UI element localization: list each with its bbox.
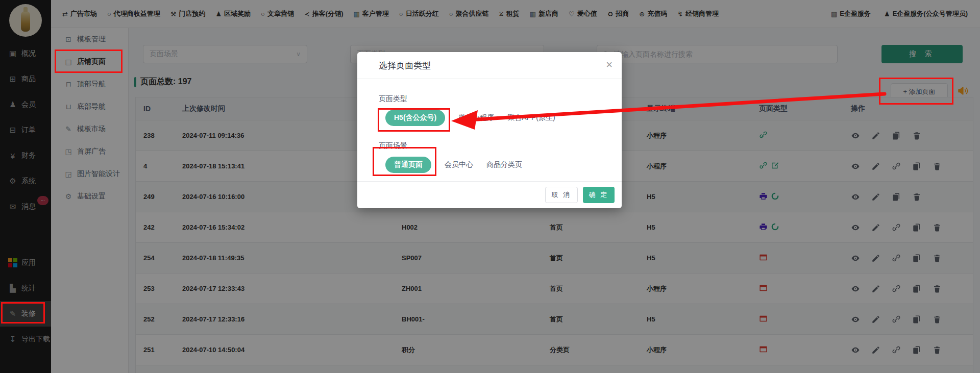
select-page-type-modal: 选择页面类型 × 页面类型 H5(含公众号)微信小程序聚合APP(原生)页面场景… (357, 52, 622, 208)
modal-section-label: 页面场景 (379, 141, 622, 151)
cancel-button[interactable]: 取 消 (545, 187, 578, 203)
confirm-button[interactable]: 确 定 (583, 187, 615, 203)
modal-option-row: 普通页面会员中心商品分类页 (385, 157, 622, 173)
close-icon[interactable]: × (606, 58, 612, 71)
option-聚合APP(原生)[interactable]: 聚合APP(原生) (507, 113, 555, 122)
modal-option-row: H5(含公众号)微信小程序聚合APP(原生) (385, 110, 622, 126)
option-会员中心[interactable]: 会员中心 (445, 160, 473, 169)
option-商品分类页[interactable]: 商品分类页 (486, 160, 522, 169)
modal-title: 选择页面类型 (357, 52, 622, 71)
option-pill-H5(含公众号)[interactable]: H5(含公众号) (385, 110, 445, 126)
modal-footer: 取 消 确 定 (357, 181, 622, 208)
modal-section-label: 页面类型 (379, 94, 622, 104)
option-微信小程序[interactable]: 微信小程序 (458, 113, 494, 122)
modal-divider (357, 79, 622, 79)
option-pill-普通页面[interactable]: 普通页面 (385, 157, 431, 173)
